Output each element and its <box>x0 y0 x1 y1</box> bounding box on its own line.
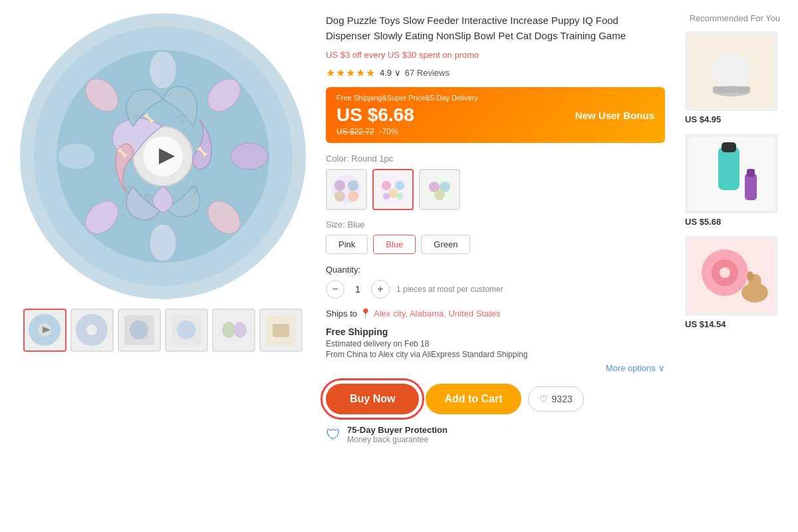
size-label: Size: Blue <box>326 219 665 229</box>
svg-rect-61 <box>745 174 757 200</box>
more-options-link[interactable]: More options ∨ <box>606 363 665 373</box>
thumbnail-6[interactable] <box>259 309 303 352</box>
wishlist-count: 9323 <box>552 394 573 404</box>
quantity-label: Quantity: <box>326 265 665 275</box>
svg-point-45 <box>396 193 403 200</box>
rec-price-1: US $4.95 <box>685 114 785 124</box>
main-product-image[interactable]: 🦴 ♡ 🦴 ♡ ♡ ♡ 🦴 ♡ <box>20 13 306 299</box>
rec-price-3: US $14.54 <box>685 319 785 329</box>
svg-point-25 <box>86 325 97 335</box>
product-title: Dog Puzzle Toys Slow Feeder Interactive … <box>326 13 665 43</box>
rec-item-1[interactable]: US $4.95 <box>685 31 785 124</box>
color-options <box>326 169 665 210</box>
price-discount: -70% <box>380 127 398 136</box>
svg-point-66 <box>720 267 730 278</box>
buy-now-wrapper: Buy Now <box>326 384 419 414</box>
rec-image-3 <box>685 236 778 316</box>
svg-point-43 <box>388 189 398 198</box>
product-images-panel: 🦴 ♡ 🦴 ♡ ♡ ♡ 🦴 ♡ <box>13 13 313 519</box>
product-details: Dog Puzzle Toys Slow Feeder Interactive … <box>326 13 672 519</box>
svg-text:🦴: 🦴 <box>143 113 155 124</box>
thumbnail-5[interactable] <box>212 309 255 352</box>
color-swatch-2[interactable] <box>372 169 414 210</box>
delivery-info: Estimated delivery on Feb 18 <box>326 339 665 348</box>
svg-rect-62 <box>747 169 755 177</box>
svg-point-41 <box>382 181 391 190</box>
new-user-bonus: New User Bonus <box>575 110 654 121</box>
reviews-count[interactable]: 67 Reviews <box>405 68 450 78</box>
color-swatch-1[interactable] <box>326 169 367 210</box>
buy-now-button[interactable]: Buy Now <box>326 384 419 414</box>
price-original: US $22.72 <box>336 127 374 136</box>
svg-rect-59 <box>718 147 739 190</box>
size-pink[interactable]: Pink <box>326 235 368 254</box>
protection-subtitle: Money back guarantee <box>347 435 448 444</box>
thumbnail-row <box>23 309 303 352</box>
rec-item-2[interactable]: US $5.68 <box>685 134 785 227</box>
qty-note: 1 pieces at most per customer <box>396 285 503 294</box>
svg-point-39 <box>348 191 358 201</box>
action-row: Buy Now Add to Cart ♡ 9323 <box>326 384 665 414</box>
thumbnail-4[interactable] <box>165 309 208 352</box>
svg-point-27 <box>130 321 148 339</box>
svg-text:♡: ♡ <box>178 113 186 124</box>
promo-text: US $3 off every US $30 spent on promo <box>326 50 665 60</box>
stars: ★★★★★ <box>326 66 376 79</box>
svg-point-44 <box>383 193 390 200</box>
color-swatch-3[interactable] <box>419 169 460 210</box>
rec-item-3[interactable]: US $14.54 <box>685 236 785 329</box>
thumbnail-2[interactable] <box>70 309 114 352</box>
svg-point-49 <box>434 190 445 200</box>
thumbnail-3[interactable] <box>118 309 161 352</box>
svg-point-42 <box>395 181 404 190</box>
svg-point-38 <box>334 191 345 201</box>
recommended-title: Recommended For You <box>685 13 785 23</box>
heart-icon: ♡ <box>539 394 548 404</box>
svg-text:🦴: 🦴 <box>116 148 128 159</box>
price-banner: Free Shipping&Super Price&5-Day Delivery… <box>326 87 665 143</box>
shipping-from: From China to Alex city via AliExpress S… <box>326 350 527 359</box>
svg-point-13 <box>150 51 176 88</box>
wishlist-button[interactable]: ♡ 9323 <box>528 386 584 412</box>
svg-rect-34 <box>273 324 289 337</box>
rating-row: ★★★★★ 4.9 ∨ 67 Reviews <box>326 66 665 79</box>
ships-row: Ships to 📍 Alex city, Alabama, United St… <box>326 308 665 319</box>
price-banner-label: Free Shipping&Super Price&5-Day Delivery <box>336 94 478 102</box>
free-shipping-label: Free Shipping <box>326 327 665 337</box>
rating-score[interactable]: 4.9 ∨ <box>380 68 401 78</box>
svg-point-36 <box>334 180 345 191</box>
color-label: Color: Round 1pc <box>326 154 665 164</box>
price-current: US $6.68 <box>336 104 414 126</box>
shipping-section: Free Shipping Estimated delivery on Feb … <box>326 327 665 373</box>
qty-increase[interactable]: + <box>371 280 390 299</box>
svg-point-19 <box>58 143 95 170</box>
svg-point-69 <box>747 271 753 281</box>
protection-title: 75-Day Buyer Protection <box>347 425 448 435</box>
qty-decrease[interactable]: − <box>326 280 344 299</box>
rec-image-2 <box>685 134 778 213</box>
svg-rect-60 <box>722 142 736 152</box>
svg-text:♡: ♡ <box>132 113 141 124</box>
svg-point-37 <box>348 180 358 191</box>
thumbnail-1[interactable] <box>23 309 66 352</box>
svg-point-32 <box>233 322 247 338</box>
svg-point-17 <box>150 224 176 261</box>
add-to-cart-button[interactable]: Add to Cart <box>426 384 521 414</box>
size-blue[interactable]: Blue <box>373 235 416 254</box>
protection-row: 🛡 75-Day Buyer Protection Money back gua… <box>326 425 665 444</box>
svg-point-15 <box>231 143 268 170</box>
rec-price-2: US $5.68 <box>685 217 785 227</box>
svg-point-51 <box>712 55 751 88</box>
svg-text:♡: ♡ <box>191 184 200 195</box>
ships-location[interactable]: Alex city, Alabama, United States <box>374 309 501 319</box>
quantity-row: − 1 + 1 pieces at most per customer <box>326 280 665 299</box>
size-green[interactable]: Green <box>421 235 470 254</box>
rec-image-1 <box>685 31 778 111</box>
location-icon: 📍 <box>360 308 371 319</box>
size-options: Pink Blue Green <box>326 235 665 254</box>
qty-value: 1 <box>351 284 364 295</box>
svg-point-29 <box>177 321 196 339</box>
svg-text:♡: ♡ <box>124 184 133 195</box>
svg-text:🦴: 🦴 <box>196 146 208 158</box>
recommended-panel: Recommended For You US $4.95 <box>685 13 785 519</box>
